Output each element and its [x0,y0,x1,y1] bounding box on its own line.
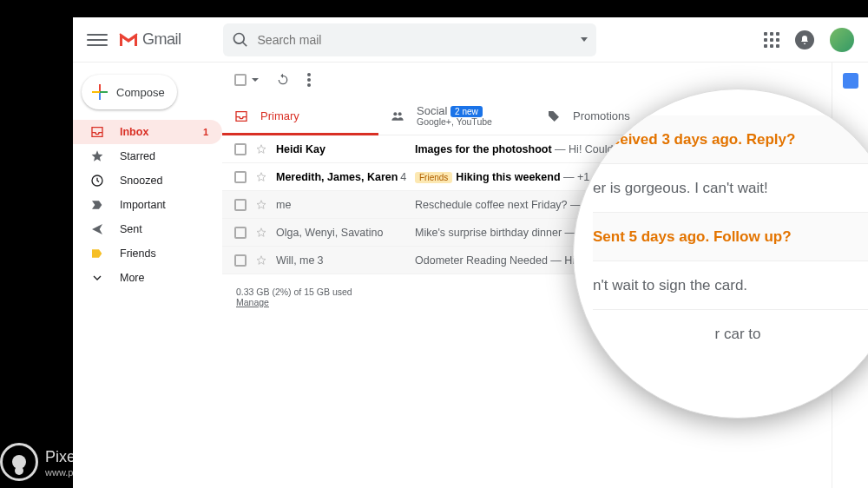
tag-icon [547,109,561,123]
more-icon [90,271,104,285]
svg-point-5 [398,112,402,115]
sidebar-item-sent[interactable]: Sent [73,217,222,241]
account-avatar[interactable] [830,28,854,52]
label-icon [90,247,104,260]
notifications-icon[interactable] [795,30,814,49]
inbox-icon [234,109,248,123]
inbox-icon [90,125,104,139]
plus-icon [92,84,108,100]
mag-snippet-2: n't wait to sign the card. [593,277,747,294]
google-apps-icon[interactable] [764,32,779,48]
row-checkbox[interactable] [234,143,247,155]
sidebar-count: 1 [203,127,208,137]
sender: Heidi Kay [276,143,406,155]
label-chip: Friends [415,172,452,183]
hamburger-menu-icon[interactable] [87,30,108,50]
storage-text: 0.33 GB (2%) of 15 GB used [236,287,352,297]
sidebar-label: Friends [120,247,156,260]
sidebar-item-important[interactable]: Important [73,193,222,217]
star-icon[interactable] [255,171,267,183]
mag-snippet-3: r car to [715,326,761,343]
sender: Meredith, James, Karen4 [276,171,406,183]
sidebar-label: Sent [120,223,142,235]
sidebar-item-inbox[interactable]: Inbox1 [73,120,222,144]
sidebar-item-starred[interactable]: Starred [73,144,222,168]
manage-storage-link[interactable]: Manage [236,297,269,307]
search-input[interactable] [258,33,574,47]
star-icon[interactable] [255,254,267,267]
sidebar-item-friends[interactable]: Friends [73,241,222,266]
calendar-app-icon[interactable] [843,73,858,89]
tab-primary[interactable]: Primary [222,97,378,135]
sidebar: Compose Inbox1StarredSnoozedImportantSen… [73,63,222,488]
star-icon[interactable] [255,227,267,239]
star-icon[interactable] [255,143,267,155]
row-checkbox[interactable] [234,227,247,239]
search-options-dropdown-icon[interactable] [581,37,588,42]
tab-social-sub: Google+, YouTube [417,117,492,128]
tab-primary-label: Primary [260,109,299,122]
svg-point-3 [307,83,311,87]
sidebar-label: More [120,272,144,284]
clock-icon [90,174,104,188]
sidebar-item-snoozed[interactable]: Snoozed [73,168,222,193]
watermark: Pixel 中文网 www.pixcn.cn [0,443,130,481]
gmail-m-icon [118,32,139,48]
svg-point-2 [307,78,311,82]
row-checkbox[interactable] [234,254,247,267]
search-bar[interactable] [223,23,596,56]
sidebar-label: Snoozed [120,175,162,187]
sender: Olga, Wenyi, Savatino [276,227,406,239]
star-icon[interactable] [255,199,267,211]
refresh-icon[interactable] [276,73,290,87]
nudge-received: Received 3 days ago. Reply? [593,131,795,148]
sidebar-label: Inbox [120,126,148,138]
sender: me [276,199,406,211]
star-icon [90,149,104,163]
people-icon [391,109,404,123]
important-icon [90,198,104,212]
sender: Will, me3 [276,254,406,267]
select-dropdown-icon[interactable] [252,78,259,82]
watermark-line2: www.pixcn.cn [45,467,130,478]
watermark-icon [0,443,38,481]
select-all-checkbox[interactable] [234,74,247,86]
search-icon [232,31,249,49]
watermark-line1: Pixel 中文网 [45,446,130,467]
compose-button[interactable]: Compose [82,75,177,109]
sidebar-item-more[interactable]: More [73,266,222,290]
more-options-icon[interactable] [307,73,311,87]
row-checkbox[interactable] [234,171,247,183]
tab-social-label: Social [417,104,447,117]
nudge-sent: Sent 5 days ago. Follow up? [593,228,792,246]
sent-icon [90,222,104,236]
tab-promotions-label: Promotions [573,109,630,122]
sidebar-label: Starred [120,150,155,162]
svg-point-1 [307,73,311,76]
mag-snippet-1: er is gorgeous. I can't wait! [593,180,768,197]
compose-label: Compose [116,86,165,99]
app-name: Gmail [142,30,181,49]
row-checkbox[interactable] [234,199,247,211]
sidebar-label: Important [120,199,166,211]
svg-point-4 [393,112,397,115]
tab-social[interactable]: Social 2 new Google+, YouTube [378,97,535,135]
gmail-logo[interactable]: Gmail [118,30,181,49]
